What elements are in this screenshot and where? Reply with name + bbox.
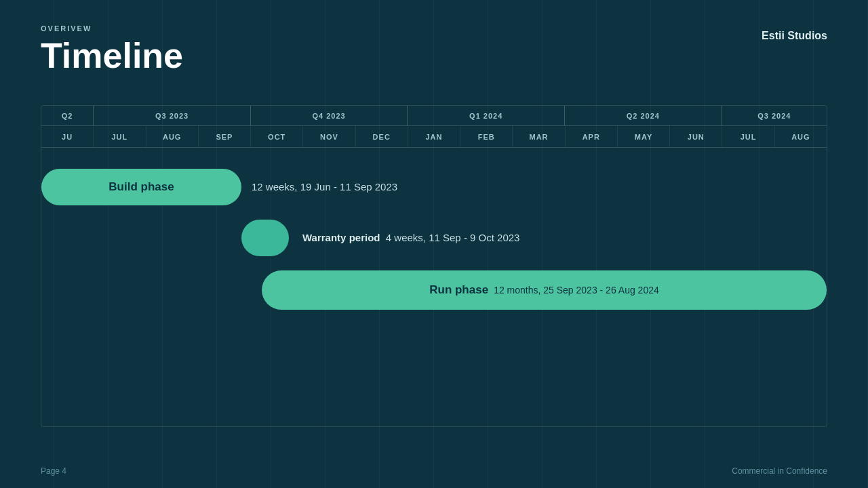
- warranty-period-description: Warranty period 4 weeks, 11 Sep - 9 Oct …: [302, 232, 519, 243]
- page-number: Page 4: [41, 466, 66, 476]
- month-feb: FEB: [460, 126, 513, 147]
- build-phase-bar: Build phase: [41, 169, 241, 205]
- quarter-q2: Q2: [41, 106, 94, 125]
- page-title: Timeline: [41, 37, 827, 75]
- header: OVERIVEW Timeline: [0, 0, 868, 75]
- month-aug: AUG: [146, 126, 199, 147]
- month-jul2: JUL: [722, 126, 774, 147]
- quarter-q2-2024: Q2 2024: [565, 106, 722, 125]
- month-jan: JAN: [408, 126, 460, 147]
- warranty-period-row: Warranty period 4 weeks, 11 Sep - 9 Oct …: [41, 212, 827, 263]
- quarter-q1-2024: Q1 2024: [408, 106, 565, 125]
- quarter-q3-2023: Q3 2023: [94, 106, 251, 125]
- month-sep: SEP: [199, 126, 251, 147]
- month-may: MAY: [618, 126, 670, 147]
- month-apr: APR: [566, 126, 618, 147]
- build-phase-row: Build phase 12 weeks, 19 Jun - 11 Sep 20…: [41, 161, 827, 212]
- month-jun: JUN: [670, 126, 722, 147]
- build-phase-description: 12 weeks, 19 Jun - 11 Sep 2023: [252, 181, 397, 192]
- timeline-container: Q2 Q3 2023 Q4 2023 Q1 2024 Q2 2024 Q3 20…: [41, 105, 827, 427]
- overline: OVERIVEW: [41, 24, 827, 33]
- run-phase-row: Run phase 12 months, 25 Sep 2023 - 26 Au…: [41, 263, 827, 317]
- month-nov: NOV: [303, 126, 355, 147]
- month-mar: MAR: [513, 126, 565, 147]
- footer: Page 4 Commercial in Confidence: [0, 454, 868, 488]
- quarter-q3-2024: Q3 2024: [722, 106, 827, 125]
- month-ju: JU: [41, 126, 94, 147]
- quarter-q4-2023: Q4 2023: [251, 106, 408, 125]
- run-phase-bar: Run phase 12 months, 25 Sep 2023 - 26 Au…: [262, 270, 827, 310]
- brand-name: Estii Studios: [762, 30, 827, 42]
- warranty-period-bar: [241, 220, 289, 256]
- run-phase-description: 12 months, 25 Sep 2023 - 26 Aug 2024: [494, 285, 659, 296]
- run-phase-label: Run phase: [429, 283, 488, 297]
- month-aug2: AUG: [775, 126, 827, 147]
- month-dec: DEC: [356, 126, 408, 147]
- build-phase-label: Build phase: [108, 180, 174, 194]
- month-oct: OCT: [251, 126, 303, 147]
- quarters-row: Q2 Q3 2023 Q4 2023 Q1 2024 Q2 2024 Q3 20…: [41, 106, 827, 126]
- confidentiality-notice: Commercial in Confidence: [732, 466, 827, 476]
- months-row: JU JUL AUG SEP OCT NOV DEC JAN FEB MAR A…: [41, 126, 827, 148]
- month-jul: JUL: [94, 126, 146, 147]
- timeline-content: Build phase 12 weeks, 19 Jun - 11 Sep 20…: [41, 148, 827, 426]
